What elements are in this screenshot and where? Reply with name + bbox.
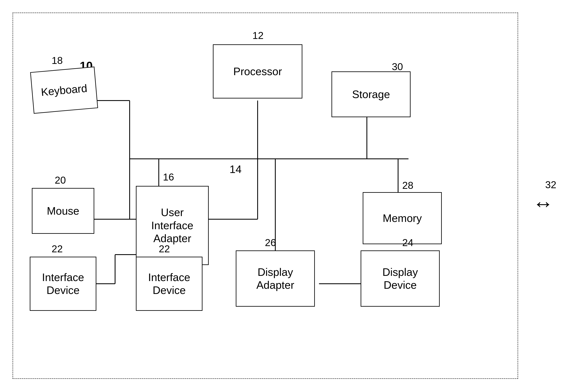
ref-24: 24	[402, 237, 413, 248]
ref-30: 30	[392, 61, 403, 72]
ref-32: 32	[545, 179, 556, 190]
interface-device-left-box: InterfaceDevice	[30, 257, 96, 311]
ref-26: 26	[265, 237, 276, 248]
ref-22-left: 22	[52, 243, 63, 255]
interface-device-center-box: InterfaceDevice	[136, 257, 202, 311]
ref-20: 20	[55, 175, 66, 186]
mouse-box: Mouse	[32, 188, 94, 234]
ref-22-center: 22	[159, 243, 170, 255]
bus-label-14: 14	[230, 163, 242, 176]
ref-18: 18	[52, 55, 63, 66]
memory-box: Memory	[363, 192, 442, 244]
ref-16: 16	[163, 171, 174, 183]
keyboard-box: Keyboard	[30, 67, 98, 114]
display-adapter-box: DisplayAdapter	[236, 250, 315, 307]
processor-box: Processor	[213, 44, 302, 98]
arrow-symbol: ↔	[533, 191, 553, 215]
page-container: 10 Processor 12 Storage 30 Memory 28 Use…	[0, 0, 576, 392]
ref-28: 28	[402, 180, 413, 191]
main-diagram: 10 Processor 12 Storage 30 Memory 28 Use…	[12, 12, 518, 379]
ref-12: 12	[252, 30, 263, 41]
storage-box: Storage	[331, 71, 411, 117]
user-interface-adapter-box: UserInterfaceAdapter	[136, 186, 209, 265]
display-device-box: DisplayDevice	[361, 250, 440, 307]
